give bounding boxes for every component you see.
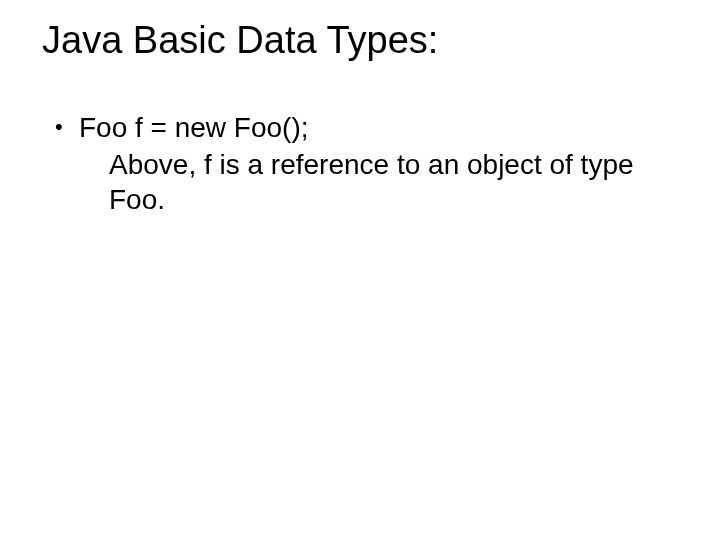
bullet-item: • Foo f = new Foo(); [55,110,665,145]
bullet-subtext: Above, f is a reference to an object of … [109,147,665,217]
bullet-text: Foo f = new Foo(); [79,110,665,145]
bullet-marker-icon: • [55,110,79,144]
slide-body: • Foo f = new Foo(); Above, f is a refer… [55,110,665,217]
slide: Java Basic Data Types: • Foo f = new Foo… [0,0,720,540]
slide-title: Java Basic Data Types: [42,18,438,64]
